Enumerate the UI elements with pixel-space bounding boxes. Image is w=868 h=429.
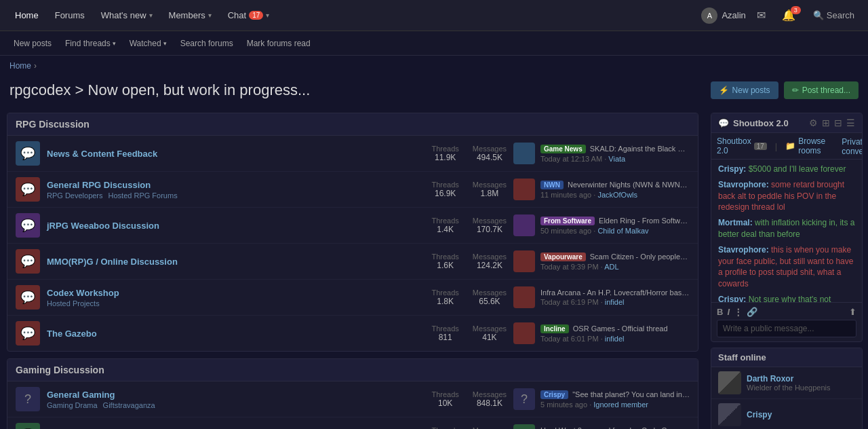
nav-members[interactable]: Members ▾ (161, 0, 220, 31)
tab-private-conversations[interactable]: Private conversations 0 👤+ (842, 137, 863, 156)
bold-button[interactable]: B (717, 307, 723, 317)
subnav-search-forums[interactable]: Search forums (174, 31, 240, 56)
tag-game-news: Game News (540, 145, 586, 153)
sidebar: 💬 Shoutbox 2.0 ⚙ ⊞ ⊟ ☰ Shoutbox 2.0 17 |… (705, 107, 868, 429)
last-post-avatar (513, 179, 535, 200)
forum-sub-link[interactable]: RPG Developers (47, 191, 103, 200)
forum-stats: Threads 1.4K Messages 170.7K (432, 217, 507, 234)
search-button[interactable]: 🔍 Search (806, 7, 861, 23)
more-icon[interactable]: ⊟ (834, 117, 842, 128)
staff-member: Darth Roxor Wielder of the Huegpenis (711, 367, 862, 399)
tag-software: From Software (540, 217, 595, 225)
forum-icon: 💬 (16, 213, 40, 238)
header-actions: ⚡ New posts ✏ Post thread... (711, 81, 859, 99)
forum-row: 💬 The Gazebo Threads 811 Messages 41K (7, 316, 698, 351)
forum-stats: Threads 16.9K Messages 1.8M (432, 181, 507, 198)
chevron-down-icon: ▾ (163, 40, 167, 47)
avatar (718, 371, 741, 394)
notifications-icon[interactable]: 🔔 3 (776, 6, 801, 24)
avatar (718, 403, 741, 426)
forum-sub: Hosted Projects (47, 299, 425, 307)
chat-icon: 💬 (718, 118, 729, 128)
forum-stats: Threads 1.8K Messages 65.6K (432, 288, 507, 306)
new-posts-button[interactable]: ⚡ New posts (711, 81, 778, 99)
staff-member: Crispy (711, 399, 862, 429)
shoutbox-input[interactable] (717, 320, 856, 337)
sub-nav: New posts Find threads ▾ Watched ▾ Searc… (0, 31, 868, 56)
forum-info: The Gazebo (47, 329, 425, 339)
avatar: A (701, 7, 717, 24)
forum-name[interactable]: Codex Workshop (47, 288, 425, 298)
forum-name[interactable]: jRPG Weeaboo Discussion (47, 221, 425, 231)
italic-button[interactable]: I (727, 307, 730, 317)
nav-items: Home Forums What's new ▾ Members ▾ Chat … (7, 0, 701, 31)
forum-info: General RPG Discussion RPG Developers Ho… (47, 180, 425, 200)
gaming-discussion-section: Gaming Discussion ? General Gaming Gamin… (7, 358, 698, 429)
nav-right: A Azalin ✉ 🔔 3 🔍 Search (701, 6, 861, 24)
staff-name[interactable]: Crispy (747, 410, 855, 419)
grid-icon[interactable]: ⊞ (822, 117, 830, 128)
main-container: RPG Discussion 💬 News & Content Feedback… (0, 107, 868, 429)
forum-name[interactable]: The Gazebo (47, 329, 425, 339)
user-menu[interactable]: A Azalin (701, 7, 745, 24)
tab-browse-rooms[interactable]: 📁 Browse rooms (785, 136, 825, 155)
nav-forums[interactable]: Forums (47, 0, 93, 31)
last-post-avatar (513, 322, 535, 344)
forum-row: 💬 Codex Workshop Hosted Projects Threads… (7, 280, 698, 316)
nav-chat[interactable]: Chat 17 ▾ (220, 0, 278, 31)
forum-stats: Threads 811 Messages 41K (432, 324, 507, 342)
stat-messages: Messages 494.5K (473, 145, 507, 162)
rpg-discussion-section: RPG Discussion 💬 News & Content Feedback… (7, 113, 698, 352)
nav-whats-new[interactable]: What's new ▾ (93, 0, 161, 31)
subnav-watched[interactable]: Watched ▾ (123, 31, 174, 56)
shoutbox-messages: Crispy: $5000 and I'll leave forever Sta… (711, 160, 862, 302)
forum-stats: Threads 1.6K Messages 124.2K (432, 253, 507, 270)
forum-sub-link[interactable]: Gaming Drama (47, 401, 98, 409)
forum-info: MMO(RP)G / Online Discussion (47, 257, 425, 267)
forum-icon: 💬 (16, 177, 40, 202)
mail-icon[interactable]: ✉ (751, 6, 771, 24)
link-button[interactable]: 🔗 (747, 307, 757, 317)
notification-badge: 3 (791, 6, 801, 14)
forum-name[interactable]: General RPG Discussion (47, 180, 425, 190)
tag-nwn: NWN (540, 181, 564, 189)
breadcrumb-home[interactable]: Home (9, 61, 31, 71)
forum-icon: 💬 (16, 321, 40, 346)
forum-name[interactable]: News & Content Feedback (47, 149, 425, 159)
forum-icon: ? (16, 387, 40, 411)
forum-last-post: NWN Neverwinter Nights (NWN & NWN2) Modu… (513, 179, 690, 200)
nav-home[interactable]: Home (7, 0, 47, 31)
more-format-button[interactable]: ⋮ (734, 307, 743, 317)
forum-row: 💬 Tactical Gaming Threads 507 Messages 4… (7, 417, 698, 429)
forum-sub-link[interactable]: Hosted Projects (47, 299, 100, 307)
settings-icon[interactable]: ⚙ (809, 117, 818, 128)
tab-shoutbox[interactable]: Shoutbox 2.0 17 (717, 136, 767, 155)
forum-last-post: Infra Arcana - An H.P. Lovecraft/Horror … (513, 286, 690, 308)
subnav-mark-read[interactable]: Mark forums read (240, 31, 317, 56)
forum-row: 💬 General RPG Discussion RPG Developers … (7, 172, 698, 208)
forum-stats: Threads 11.9K Messages 494.5K (432, 145, 507, 162)
shoutbox-title: 💬 Shoutbox 2.0 (718, 118, 789, 128)
menu-icon[interactable]: ☰ (846, 117, 855, 128)
subnav-new-posts[interactable]: New posts (7, 31, 58, 56)
forum-sub-link[interactable]: Giftstravaganza (103, 401, 155, 409)
last-post-info: Game News SKALD: Against the Black Prior… (540, 145, 690, 163)
forum-sub: Gaming Drama Giftstravaganza (47, 401, 425, 409)
upload-button[interactable]: ⬆ (849, 307, 856, 317)
forum-sub-link[interactable]: Hosted RPG Forums (108, 191, 178, 200)
staff-online-section: Staff online Darth Roxor Wielder of the … (711, 348, 863, 429)
top-nav: Home Forums What's new ▾ Members ▾ Chat … (0, 0, 868, 31)
post-thread-button[interactable]: ✏ Post thread... (784, 81, 859, 99)
breadcrumb: Home › (0, 56, 868, 76)
forum-icon: 💬 (16, 285, 40, 310)
staff-section-header: Staff online (711, 348, 862, 367)
forum-last-post: Hard West 2 - sequel from Ice Code Games… (513, 424, 690, 429)
forum-name[interactable]: General Gaming (47, 390, 425, 400)
subnav-find-threads[interactable]: Find threads ▾ (58, 31, 123, 56)
tag-incline: Incline (540, 324, 569, 333)
lightning-icon: ⚡ (719, 86, 729, 95)
shout-message: Mortmal: with inflation kicking in, its … (718, 217, 855, 240)
shout-message: Stavrophore: this is when you make your … (718, 244, 855, 290)
staff-name[interactable]: Darth Roxor (747, 374, 855, 384)
forum-name[interactable]: MMO(RP)G / Online Discussion (47, 257, 425, 267)
